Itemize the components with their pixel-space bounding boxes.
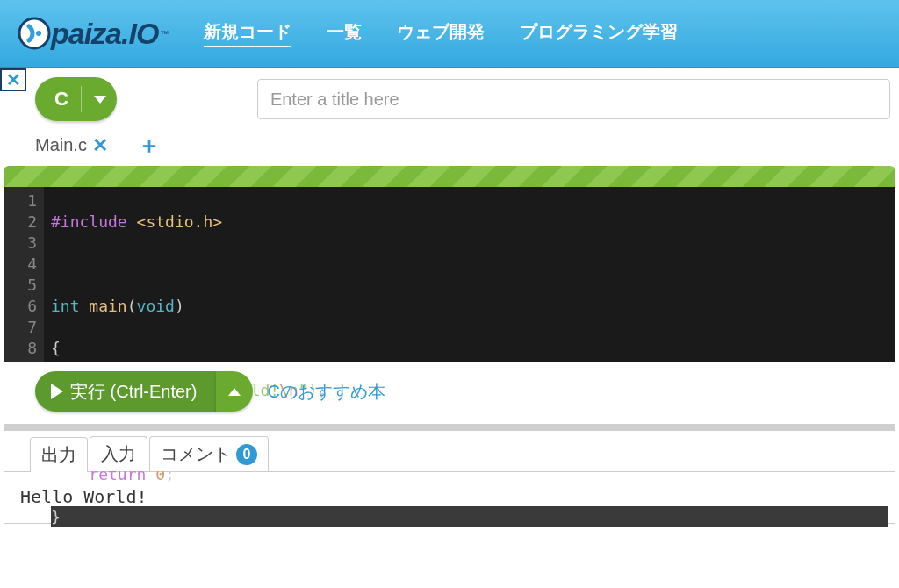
comment-count-badge: 0 — [236, 444, 257, 465]
line-number: 5 — [11, 275, 37, 296]
nav-web-dev[interactable]: ウェブ開発 — [397, 20, 485, 47]
file-tabs: Main.c ✕ ＋ — [0, 121, 899, 166]
recommend-link[interactable]: Cのおすすめ本 — [267, 380, 385, 404]
toolbar: ✕ C — [0, 68, 899, 121]
chevron-up-icon — [228, 388, 241, 396]
language-selector[interactable]: C — [35, 77, 117, 121]
top-nav: 新規コード 一覧 ウェブ開発 プログラミング学習 — [204, 20, 678, 47]
line-number: 7 — [11, 317, 37, 338]
run-button[interactable]: 実行 (Ctrl-Enter) — [35, 371, 216, 412]
nav-new-code[interactable]: 新規コード — [204, 20, 291, 47]
line-gutter: 1 2 3 4 5 6 7 8 — [4, 187, 44, 362]
tab-comment[interactable]: コメント 0 — [149, 436, 269, 471]
code-area[interactable]: #include <stdio.h> int main(void) { prin… — [44, 187, 895, 362]
code-token: int — [51, 297, 80, 315]
logo-icon — [18, 16, 51, 51]
title-input[interactable] — [257, 79, 890, 119]
editor-top-stripe — [4, 166, 895, 187]
logo-text: paiza.IO — [51, 17, 158, 51]
code-token: ) — [175, 297, 184, 315]
tab-label: 入力 — [101, 442, 136, 466]
line-number: 1 — [11, 190, 37, 212]
tab-label: 出力 — [41, 443, 76, 467]
code-token: ( — [127, 297, 137, 315]
run-label: 実行 (Ctrl-Enter) — [70, 380, 197, 404]
line-number: 3 — [11, 233, 37, 254]
play-icon — [51, 384, 63, 399]
logo[interactable]: paiza.IO ™ — [18, 16, 169, 51]
code-token: void — [137, 297, 175, 315]
nav-learning[interactable]: プログラミング学習 — [520, 20, 678, 47]
app-header: paiza.IO ™ 新規コード 一覧 ウェブ開発 プログラミング学習 — [0, 0, 899, 68]
close-ad-icon[interactable]: ✕ — [0, 68, 26, 91]
logo-tm: ™ — [160, 29, 169, 39]
tab-label: コメント — [161, 442, 231, 466]
line-number: 2 — [11, 212, 37, 233]
code-token: main — [80, 297, 127, 315]
code-token: { — [51, 339, 61, 357]
code-token: <stdio.h> — [127, 212, 222, 231]
language-label: C — [54, 88, 68, 111]
code-editor: 1 2 3 4 5 6 7 8 #include <stdio.h> int m… — [4, 166, 895, 362]
add-tab-icon[interactable]: ＋ — [138, 130, 161, 161]
nav-list[interactable]: 一覧 — [327, 20, 362, 47]
divider — [81, 86, 82, 112]
line-number: 6 — [11, 296, 37, 317]
chevron-down-icon — [94, 96, 106, 104]
file-tab-label: Main.c — [35, 135, 87, 155]
code-token: #include — [51, 212, 127, 231]
tab-input[interactable]: 入力 — [90, 436, 147, 471]
file-tab[interactable]: Main.c ✕ — [35, 134, 108, 157]
output-text: Hello World! — [20, 486, 147, 507]
editor-body[interactable]: 1 2 3 4 5 6 7 8 #include <stdio.h> int m… — [4, 187, 895, 362]
tab-output[interactable]: 出力 — [30, 437, 88, 472]
svg-point-1 — [36, 31, 41, 36]
line-number: 8 — [11, 338, 37, 359]
close-icon[interactable]: ✕ — [92, 134, 108, 157]
line-number: 4 — [11, 254, 37, 275]
code-token: } — [51, 507, 61, 526]
